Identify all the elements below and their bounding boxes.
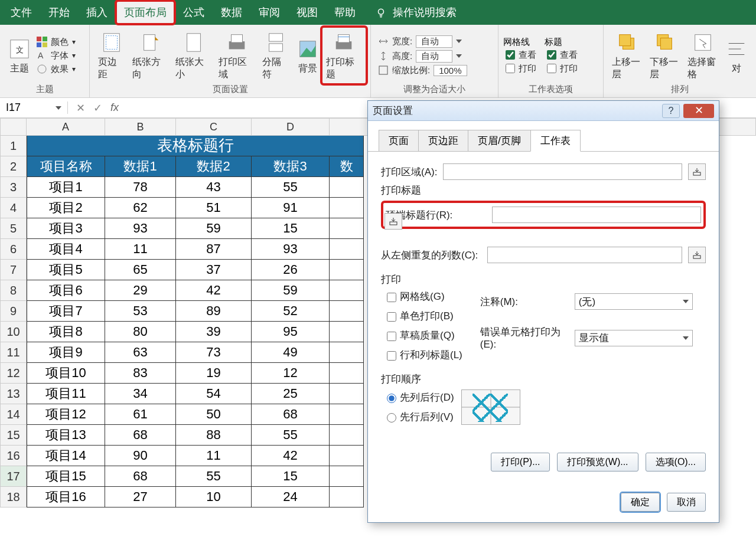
data-cell[interactable]: [330, 363, 364, 384]
data-cell[interactable]: 55: [252, 177, 330, 198]
menu-home[interactable]: 开始: [40, 1, 78, 24]
col-header-A[interactable]: A: [27, 118, 105, 136]
tab-header-footer[interactable]: 页眉/页脚: [468, 130, 531, 152]
menu-file[interactable]: 文件: [2, 1, 40, 24]
header-cell[interactable]: 数据3: [252, 156, 330, 177]
data-cell[interactable]: 29: [105, 280, 176, 301]
data-cell[interactable]: 42: [252, 446, 330, 466]
bring-forward-button[interactable]: 上移一层: [608, 29, 646, 82]
data-cell[interactable]: 78: [105, 177, 176, 198]
row-header[interactable]: 10: [0, 322, 27, 342]
data-cell[interactable]: 项目16: [27, 487, 105, 507]
row-header[interactable]: 13: [0, 384, 27, 404]
data-cell[interactable]: 27: [105, 487, 176, 507]
options-button[interactable]: 选项(O)...: [646, 453, 706, 471]
checkbox[interactable]: [387, 351, 396, 361]
dialog-help-button[interactable]: ?: [662, 104, 680, 118]
col-header-B[interactable]: B: [105, 118, 176, 136]
data-cell[interactable]: 90: [105, 446, 176, 466]
data-cell[interactable]: 项目12: [27, 404, 105, 425]
data-cell[interactable]: 89: [176, 301, 252, 322]
data-cell[interactable]: 12: [252, 363, 330, 384]
data-cell[interactable]: [330, 239, 364, 260]
print-titles-button[interactable]: 打印标题: [322, 29, 366, 82]
data-cell[interactable]: 83: [105, 363, 176, 384]
data-cell[interactable]: 项目4: [27, 239, 105, 260]
orientation-button[interactable]: 纸张方向: [129, 29, 172, 82]
scale-value[interactable]: 100%: [434, 65, 467, 76]
row-header[interactable]: 2: [0, 156, 27, 177]
data-cell[interactable]: 91: [252, 198, 330, 218]
row-header[interactable]: 16: [0, 446, 27, 466]
data-cell[interactable]: 项目8: [27, 322, 105, 342]
height-value[interactable]: 自动: [416, 50, 452, 63]
scale-spinner[interactable]: 缩放比例:100%: [376, 64, 493, 77]
data-cell[interactable]: [330, 218, 364, 239]
col-header-C[interactable]: C: [176, 118, 252, 136]
data-cell[interactable]: [330, 198, 364, 218]
accept-formula-icon[interactable]: ✓: [93, 101, 102, 114]
data-cell[interactable]: [330, 301, 364, 322]
data-cell[interactable]: 93: [252, 239, 330, 260]
errors-combo[interactable]: 显示值: [575, 330, 693, 346]
data-cell[interactable]: 26: [252, 260, 330, 280]
size-button[interactable]: 纸张大小: [172, 29, 215, 82]
data-cell[interactable]: 68: [252, 404, 330, 425]
print-area-input[interactable]: [443, 163, 682, 180]
data-cell[interactable]: 项目2: [27, 198, 105, 218]
data-cell[interactable]: 63: [105, 342, 176, 363]
data-cell[interactable]: 项目10: [27, 363, 105, 384]
data-cell[interactable]: 项目7: [27, 301, 105, 322]
data-cell[interactable]: 80: [105, 322, 176, 342]
print-button[interactable]: 打印(P)...: [491, 453, 550, 471]
data-cell[interactable]: 项目5: [27, 260, 105, 280]
header-cell[interactable]: 数据2: [176, 156, 252, 177]
data-cell[interactable]: 项目15: [27, 466, 105, 487]
data-cell[interactable]: 68: [105, 466, 176, 487]
header-cell[interactable]: 数据1: [105, 156, 176, 177]
data-cell[interactable]: [330, 280, 364, 301]
data-cell[interactable]: 10: [176, 487, 252, 507]
width-combo[interactable]: 宽度:自动: [376, 35, 493, 48]
data-cell[interactable]: [330, 425, 364, 446]
send-backward-button[interactable]: 下移一层: [646, 29, 684, 82]
data-cell[interactable]: [330, 384, 364, 404]
checkbox[interactable]: [506, 64, 515, 73]
selection-pane-button[interactable]: 选择窗格: [684, 29, 722, 82]
data-cell[interactable]: 59: [176, 218, 252, 239]
row-header[interactable]: 8: [0, 280, 27, 301]
data-cell[interactable]: 49: [252, 342, 330, 363]
data-cell[interactable]: 52: [252, 301, 330, 322]
data-cell[interactable]: 11: [105, 239, 176, 260]
tab-sheet[interactable]: 工作表: [530, 130, 581, 152]
headings-print-check[interactable]: 打印: [545, 63, 580, 75]
row-header[interactable]: 18: [0, 487, 27, 507]
row-header[interactable]: 15: [0, 425, 27, 446]
row-header[interactable]: 6: [0, 239, 27, 260]
header-cell[interactable]: 数: [330, 156, 364, 177]
cancel-formula-icon[interactable]: ✕: [76, 101, 85, 114]
data-cell[interactable]: [330, 322, 364, 342]
data-cell[interactable]: 42: [176, 280, 252, 301]
data-cell[interactable]: 54: [176, 384, 252, 404]
headings-view-check[interactable]: 查看: [545, 49, 580, 61]
data-cell[interactable]: 68: [105, 425, 176, 446]
row-header[interactable]: 14: [0, 404, 27, 425]
row-header[interactable]: 4: [0, 198, 27, 218]
preview-button[interactable]: 打印预览(W)...: [557, 453, 638, 471]
data-cell[interactable]: 项目11: [27, 384, 105, 404]
rows-repeat-picker[interactable]: [384, 213, 402, 230]
data-cell[interactable]: 24: [252, 487, 330, 507]
data-cell[interactable]: 51: [176, 198, 252, 218]
data-cell[interactable]: 55: [252, 425, 330, 446]
data-cell[interactable]: 34: [105, 384, 176, 404]
menu-page-layout[interactable]: 页面布局: [116, 1, 175, 24]
menu-data[interactable]: 数据: [213, 1, 250, 24]
radio[interactable]: [387, 394, 396, 403]
row-header[interactable]: 11: [0, 342, 27, 363]
data-cell[interactable]: 93: [105, 218, 176, 239]
data-cell[interactable]: 43: [176, 177, 252, 198]
tab-page[interactable]: 页面: [379, 130, 419, 152]
data-cell[interactable]: 项目14: [27, 446, 105, 466]
print-area-button[interactable]: 打印区域: [215, 29, 258, 82]
